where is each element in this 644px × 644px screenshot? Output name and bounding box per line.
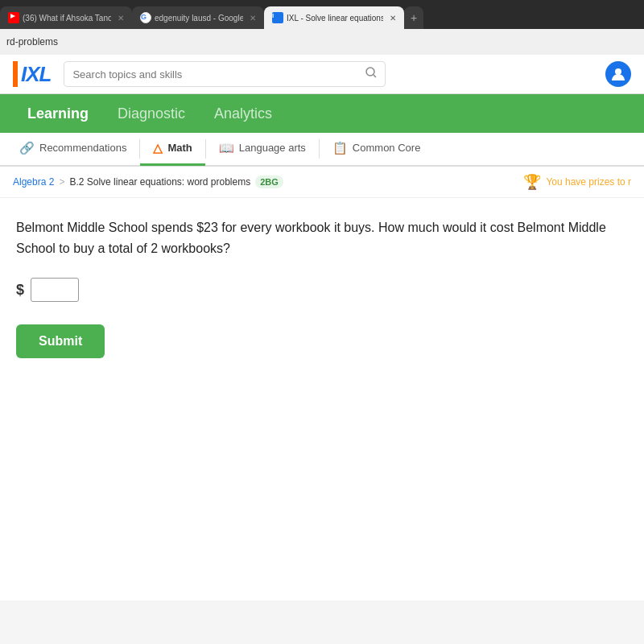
work-it-out-section: Work it out — [0, 633, 644, 644]
search-input[interactable] — [72, 68, 362, 80]
dollar-sign: $ — [16, 282, 24, 299]
new-tab-icon: + — [411, 11, 417, 24]
tab-youtube-close[interactable]: ✕ — [118, 14, 124, 23]
sub-nav-language-arts[interactable]: 📖 Language arts — [206, 132, 319, 166]
logo-bar — [13, 61, 18, 87]
breadcrumb-badge: 2BG — [255, 175, 283, 188]
answer-input[interactable] — [31, 278, 79, 302]
svg-marker-0 — [10, 14, 15, 19]
breadcrumb-separator: > — [59, 176, 64, 188]
sub-nav-recommendations-label: Recommendations — [39, 142, 126, 154]
problem-text: Belmont Middle School spends $23 for eve… — [16, 217, 628, 258]
g-favicon: G — [140, 12, 151, 23]
nav-diagnostic[interactable]: Diagnostic — [103, 96, 200, 132]
yt-favicon — [8, 12, 19, 23]
search-container — [64, 61, 386, 87]
ixl-favicon: I — [272, 12, 283, 23]
submit-button[interactable]: Submit — [16, 324, 105, 358]
sub-nav: 🔗 Recommendations △ Math 📖 Language arts… — [0, 133, 644, 167]
user-avatar[interactable] — [605, 61, 631, 87]
breadcrumb-current: B.2 Solve linear equations: word problem… — [69, 176, 250, 188]
tab-ixl-close[interactable]: ✕ — [390, 14, 396, 23]
svg-line-2 — [374, 75, 376, 77]
tab-ixl-label: IXL - Solve linear equations: word — [287, 14, 383, 23]
prizes-area[interactable]: 🏆 You have prizes to r — [523, 173, 631, 191]
tab-google-label: edgenuity lausd - Google Search — [155, 14, 243, 23]
tab-youtube-label: (36) What if Ahsoka Tano Trained — [23, 14, 111, 23]
language-arts-icon: 📖 — [219, 141, 234, 155]
search-icon — [365, 67, 377, 81]
tab-bar: (36) What if Ahsoka Tano Trained ✕ G edg… — [0, 0, 644, 29]
tab-youtube[interactable]: (36) What if Ahsoka Tano Trained ✕ — [0, 6, 132, 29]
nav-bar: Learning Diagnostic Analytics — [0, 94, 644, 133]
common-core-icon: 📋 — [332, 141, 348, 155]
breadcrumb: Algebra 2 > B.2 Solve linear equations: … — [0, 167, 644, 198]
main-content: Belmont Middle School spends $23 for eve… — [0, 198, 644, 601]
sub-nav-language-arts-label: Language arts — [239, 142, 306, 154]
sub-nav-common-core-label: Common Core — [353, 142, 421, 154]
sub-nav-math-label: Math — [167, 142, 192, 154]
prizes-text: You have prizes to r — [546, 176, 631, 188]
math-icon: △ — [153, 141, 163, 155]
sub-nav-recommendations[interactable]: 🔗 Recommendations — [6, 132, 139, 166]
tab-new[interactable]: + — [404, 6, 423, 29]
tab-google-close[interactable]: ✕ — [250, 14, 256, 23]
nav-learning[interactable]: Learning — [13, 96, 103, 132]
tab-google[interactable]: G edgenuity lausd - Google Search ✕ — [132, 6, 264, 29]
sub-nav-math[interactable]: △ Math — [140, 132, 204, 166]
svg-point-1 — [366, 68, 374, 76]
answer-area: $ — [16, 278, 628, 302]
trophy-icon: 🏆 — [523, 173, 541, 191]
svg-point-3 — [615, 68, 621, 75]
recommendations-icon: 🔗 — [19, 141, 35, 155]
ixl-header: IXL — [0, 55, 644, 94]
breadcrumb-parent[interactable]: Algebra 2 — [13, 176, 54, 188]
nav-analytics[interactable]: Analytics — [200, 96, 287, 132]
browser-chrome: (36) What if Ahsoka Tano Trained ✕ G edg… — [0, 0, 644, 55]
breadcrumb-left: Algebra 2 > B.2 Solve linear equations: … — [13, 175, 283, 188]
address-text[interactable]: rd-problems — [6, 36, 638, 47]
tab-ixl[interactable]: I IXL - Solve linear equations: word ✕ — [264, 6, 404, 29]
ixl-logo: IXL — [13, 61, 51, 87]
address-bar: rd-problems — [0, 29, 644, 55]
logo-text: IXL — [21, 62, 51, 87]
sub-nav-common-core[interactable]: 📋 Common Core — [320, 132, 434, 166]
